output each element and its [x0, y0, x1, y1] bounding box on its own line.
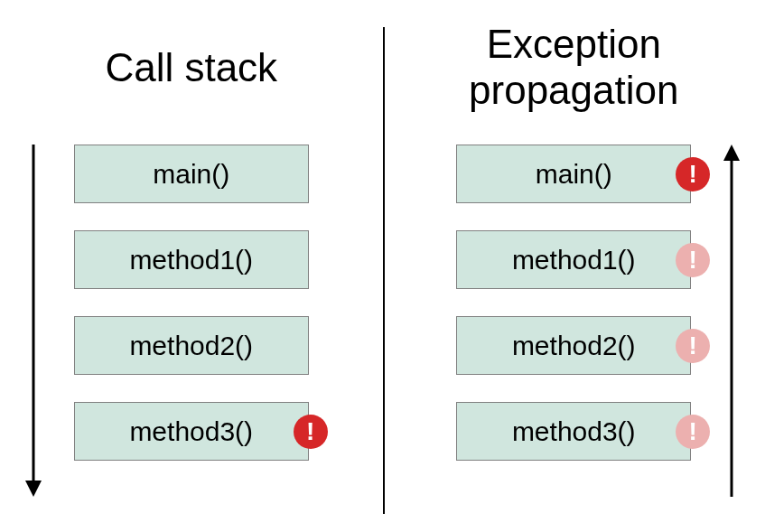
- frame-label: method1(): [129, 245, 253, 275]
- exception-propagation-title: Exception propagation: [383, 18, 766, 117]
- frame-label: method3(): [129, 416, 253, 447]
- stack-frame: method2(): [74, 316, 309, 375]
- diagram-container: Call stack main() method1() method2() me…: [0, 0, 765, 532]
- stack-frame: method2() !: [456, 316, 691, 375]
- exception-marker-faded-icon: !: [676, 329, 710, 363]
- frame-label: main(): [153, 159, 229, 190]
- svg-marker-1: [25, 481, 42, 497]
- stack-frame: main() !: [456, 145, 691, 203]
- exception-marker-icon: !: [294, 415, 328, 449]
- exception-marker-faded-icon: !: [676, 243, 710, 277]
- call-stack-title: Call stack: [105, 18, 277, 117]
- stack-frame: method3() !: [456, 402, 691, 461]
- call-stack-column: Call stack main() method1() method2() me…: [0, 0, 383, 532]
- arrow-up-icon: [721, 145, 742, 497]
- call-stack-frames: main() method1() method2() method3() !: [74, 145, 309, 461]
- exception-marker-icon: !: [676, 157, 710, 191]
- frame-label: main(): [536, 159, 612, 190]
- propagation-frames: main() ! method1() ! method2() ! method3…: [456, 145, 691, 461]
- frame-label: method3(): [512, 416, 636, 447]
- frame-label: method2(): [512, 331, 636, 361]
- stack-frame: method1() !: [456, 230, 691, 289]
- frame-label: method1(): [512, 245, 636, 275]
- exception-propagation-column: Exception propagation main() ! method1()…: [383, 0, 766, 532]
- stack-frame: main(): [74, 145, 309, 203]
- frame-label: method2(): [129, 331, 253, 361]
- exception-marker-faded-icon: !: [676, 415, 710, 449]
- stack-frame: method3() !: [74, 402, 309, 461]
- stack-frame: method1(): [74, 230, 309, 289]
- arrow-down-icon: [23, 145, 44, 497]
